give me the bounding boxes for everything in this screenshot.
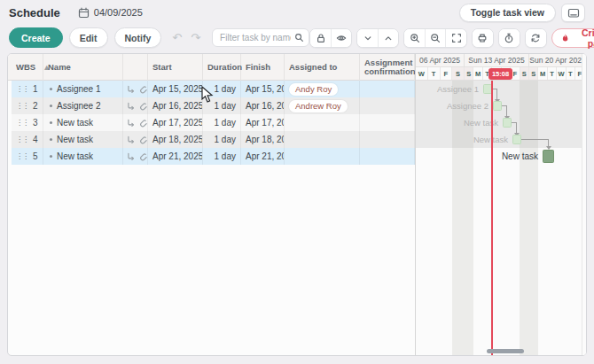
drag-handle-icon[interactable]: ⋮⋮	[16, 120, 28, 127]
table-row[interactable]: ⋮⋮2Assignee 2Apr 16, 20251 dayApr 16, 20…	[12, 97, 415, 114]
gantt-task-bar[interactable]	[503, 118, 512, 128]
refresh-icon	[530, 33, 541, 43]
column-header-start[interactable]: Start	[148, 54, 203, 81]
wbs-cell: ⋮⋮3	[12, 114, 43, 131]
confirmation-cell[interactable]	[360, 148, 415, 165]
gantt-task-bar[interactable]	[512, 135, 521, 144]
finish-cell[interactable]: Apr 15, 2025	[241, 81, 285, 97]
attachment-icon[interactable]	[139, 136, 148, 144]
gantt-task-bar[interactable]	[543, 150, 554, 163]
table-row[interactable]: ⋮⋮5New taskApr 21, 20251 dayApr 21, 2025	[12, 148, 415, 165]
table-row[interactable]: ⋮⋮1Assignee 1Apr 15, 20251 dayApr 15, 20…	[12, 81, 415, 97]
confirmation-cell[interactable]	[360, 114, 415, 131]
zoom-out-icon	[430, 33, 441, 43]
assigned-cell[interactable]: Andy Roy	[285, 81, 360, 97]
duration-cell[interactable]: 1 day	[203, 148, 241, 165]
column-header-duration[interactable]: Duration	[203, 54, 241, 81]
stopwatch-icon	[504, 33, 514, 43]
create-button[interactable]: Create	[9, 27, 63, 48]
table-row[interactable]: ⋮⋮4New taskApr 18, 20251 dayApr 18, 2025	[12, 131, 415, 148]
finish-cell[interactable]: Apr 18, 2025	[241, 131, 285, 148]
add-subtask-icon[interactable]	[127, 102, 136, 111]
assigned-cell[interactable]	[285, 148, 360, 165]
column-header-name[interactable]: Name	[43, 54, 123, 81]
duration-cell[interactable]: 1 day	[203, 81, 241, 97]
date-value: 04/09/2025	[94, 7, 143, 18]
gantt-day-label: M	[473, 67, 482, 80]
add-subtask-icon[interactable]	[127, 119, 136, 128]
duration-cell[interactable]: 1 day	[203, 131, 241, 148]
attachment-icon[interactable]	[139, 85, 148, 94]
lock-button[interactable]	[310, 29, 331, 47]
drag-handle-icon[interactable]: ⋮⋮	[16, 153, 28, 160]
assigned-cell[interactable]	[285, 131, 360, 148]
print-button[interactable]	[473, 29, 493, 47]
schedule-date[interactable]: 04/09/2025	[78, 7, 143, 19]
assigned-cell[interactable]: Andrew Roy	[285, 97, 360, 114]
finish-cell[interactable]: Apr 16, 2025	[241, 97, 285, 114]
horizontal-scrollbar-thumb[interactable]	[487, 349, 524, 353]
refresh-button[interactable]	[526, 29, 546, 47]
name-cell: Assignee 2	[43, 97, 123, 114]
duration-cell[interactable]: 1 day	[203, 114, 241, 131]
column-header-wbs[interactable]: WBS▲	[12, 54, 43, 81]
page-title: Schedule	[9, 6, 60, 19]
start-cell[interactable]: Apr 16, 2025	[148, 97, 203, 114]
add-subtask-icon[interactable]	[127, 85, 136, 94]
gantt-chart: 06 Apr 2025Sun 13 Apr 2025Sun 20 Apr 202…	[415, 54, 586, 355]
task-bullet-icon	[50, 88, 52, 90]
gantt-week-label: Sun 13 Apr 2025	[465, 54, 529, 66]
add-subtask-icon[interactable]	[127, 136, 136, 144]
gantt-body: Assignee 1Assignee 2New taskNew taskNew …	[416, 81, 586, 355]
wbs-number: 5	[33, 151, 38, 161]
column-header-finish[interactable]: Finish	[241, 54, 285, 81]
lock-icon	[316, 33, 326, 43]
expand-all-button[interactable]	[378, 29, 398, 47]
finish-cell[interactable]: Apr 21, 2025	[241, 148, 285, 165]
duration-cell[interactable]: 1 day	[203, 97, 241, 114]
collapse-all-button[interactable]	[357, 29, 378, 47]
column-header-assigned[interactable]: Assigned to	[285, 54, 360, 81]
zoom-in-button[interactable]	[404, 29, 425, 47]
finish-cell[interactable]: Apr 17, 2025	[241, 114, 285, 131]
attachment-icon[interactable]	[139, 119, 148, 128]
zoom-out-button[interactable]	[425, 29, 445, 47]
gantt-day-label: F	[441, 67, 453, 80]
edit-button[interactable]: Edit	[69, 27, 108, 48]
confirmation-cell[interactable]	[360, 97, 415, 114]
assignee-chip[interactable]: Andrew Roy	[289, 100, 348, 112]
task-bullet-icon	[50, 155, 52, 158]
drag-handle-icon[interactable]: ⋮⋮	[16, 136, 28, 143]
visibility-button[interactable]	[331, 29, 351, 47]
toggle-task-view-button[interactable]: Toggle task view	[459, 4, 556, 22]
attachment-icon[interactable]	[139, 152, 148, 161]
drag-handle-icon[interactable]: ⋮⋮	[16, 103, 28, 110]
notify-button[interactable]: Notify	[114, 27, 162, 48]
start-cell[interactable]: Apr 17, 2025	[148, 114, 203, 131]
column-header-confirmation[interactable]: Assignment confirmation	[360, 54, 415, 81]
redo-icon[interactable]: ↷	[191, 27, 200, 48]
gantt-day-label: M	[538, 67, 547, 80]
confirmation-cell[interactable]	[360, 131, 415, 148]
fullscreen-button[interactable]	[445, 29, 465, 47]
start-cell[interactable]: Apr 21, 2025	[148, 148, 203, 165]
add-subtask-icon[interactable]	[127, 152, 136, 161]
attachment-icon[interactable]	[139, 102, 148, 111]
assignee-chip[interactable]: Andy Roy	[289, 83, 338, 96]
time-tracking-button[interactable]	[499, 29, 520, 47]
gantt-week-header: 06 Apr 2025Sun 13 Apr 2025Sun 20 Apr 202…	[416, 54, 586, 67]
table-row[interactable]: ⋮⋮3New taskApr 17, 20251 dayApr 17, 2025	[12, 114, 415, 131]
start-cell[interactable]: Apr 15, 2025	[148, 81, 203, 97]
undo-icon[interactable]: ↶	[172, 27, 182, 48]
assigned-cell[interactable]	[285, 114, 360, 131]
panel-toggle-button[interactable]	[561, 4, 585, 22]
gantt-task-bar[interactable]	[493, 101, 502, 111]
gantt-vertical-scrollbar[interactable]	[582, 54, 586, 355]
drag-handle-icon[interactable]: ⋮⋮	[16, 86, 28, 93]
lock-eye-group	[309, 28, 352, 48]
critical-path-button[interactable]: Critical path	[551, 28, 594, 48]
task-bullet-icon	[50, 121, 52, 124]
gantt-week-label: Sun 20 Apr 2025	[529, 54, 587, 66]
confirmation-cell[interactable]	[360, 81, 415, 97]
start-cell[interactable]: Apr 18, 2025	[148, 131, 203, 148]
